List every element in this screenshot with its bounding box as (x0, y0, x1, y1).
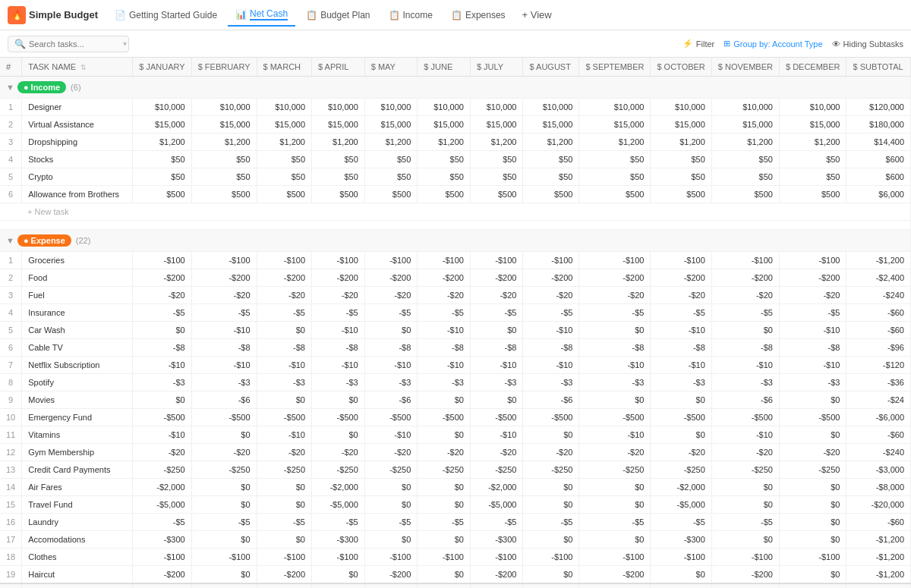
money-cell[interactable]: $0 (191, 479, 257, 496)
money-cell[interactable]: $50 (257, 151, 311, 168)
money-cell[interactable]: -$500 (312, 409, 365, 426)
money-cell[interactable]: -$10 (651, 322, 711, 339)
money-cell[interactable]: $1,200 (579, 134, 651, 151)
money-cell[interactable]: $0 (257, 322, 311, 339)
money-cell[interactable]: $0 (418, 479, 471, 496)
money-cell[interactable]: -$6 (191, 391, 257, 409)
money-cell[interactable]: -$200 (133, 566, 191, 584)
task-name-cell[interactable]: Fuel (22, 287, 133, 304)
money-cell[interactable]: -$200 (364, 269, 418, 287)
task-name-cell[interactable]: Accomodations (22, 531, 133, 549)
money-cell[interactable]: -$10 (364, 357, 418, 374)
money-cell[interactable]: -$200 (312, 269, 365, 287)
task-name-cell[interactable]: Car Wash (22, 322, 133, 339)
money-cell[interactable]: -$5 (191, 304, 257, 322)
money-cell[interactable]: $500 (523, 186, 579, 203)
money-cell[interactable]: -$100 (133, 549, 191, 566)
money-cell[interactable]: $1,200 (779, 134, 846, 151)
row-num-cell[interactable]: 18 (0, 549, 22, 566)
task-name-cell[interactable]: Food (22, 269, 133, 287)
task-name-cell[interactable]: Travel Fund (22, 496, 133, 514)
money-cell[interactable]: -$300 (470, 531, 523, 549)
money-cell[interactable]: -$10 (779, 357, 846, 374)
money-cell[interactable]: $10,000 (133, 99, 191, 116)
money-cell[interactable]: -$240 (846, 444, 911, 461)
task-name-cell[interactable]: Clothes (22, 549, 133, 566)
row-num-cell[interactable]: 12 (0, 444, 22, 461)
money-cell[interactable]: -$20 (312, 287, 365, 304)
money-cell[interactable]: $0 (133, 391, 191, 409)
money-cell[interactable]: $0 (257, 479, 311, 496)
collapse-income-icon[interactable]: ▼ (6, 83, 14, 92)
money-cell[interactable]: $0 (711, 322, 779, 339)
money-cell[interactable]: -$500 (523, 409, 579, 426)
money-cell[interactable]: -$5 (133, 514, 191, 531)
money-cell[interactable]: $0 (257, 531, 311, 549)
money-cell[interactable]: $0 (779, 531, 846, 549)
money-cell[interactable]: -$100 (470, 252, 523, 269)
money-cell[interactable]: -$60 (846, 514, 911, 531)
money-cell[interactable]: $0 (579, 479, 651, 496)
money-cell[interactable]: $0 (418, 531, 471, 549)
money-cell[interactable]: -$250 (711, 461, 779, 479)
money-cell[interactable]: -$200 (257, 566, 311, 584)
money-cell[interactable]: $0 (579, 391, 651, 409)
money-cell[interactable]: -$200 (191, 269, 257, 287)
money-cell[interactable]: -$100 (312, 252, 365, 269)
money-cell[interactable]: -$20 (523, 287, 579, 304)
money-cell[interactable]: -$2,000 (470, 479, 523, 496)
task-name-cell[interactable]: Crypto (22, 168, 133, 186)
money-cell[interactable]: $600 (846, 151, 911, 168)
money-cell[interactable]: $50 (651, 168, 711, 186)
money-cell[interactable]: -$5 (312, 304, 365, 322)
money-cell[interactable]: $500 (711, 186, 779, 203)
money-cell[interactable]: $50 (523, 151, 579, 168)
money-cell[interactable]: -$100 (470, 549, 523, 566)
task-name-cell[interactable]: Air Fares (22, 479, 133, 496)
money-cell[interactable]: -$100 (779, 549, 846, 566)
money-cell[interactable]: $0 (364, 531, 418, 549)
money-cell[interactable]: $0 (523, 496, 579, 514)
money-cell[interactable]: $1,200 (364, 134, 418, 151)
money-cell[interactable]: $0 (191, 566, 257, 584)
money-cell[interactable]: -$5 (651, 304, 711, 322)
money-cell[interactable]: -$5 (257, 514, 311, 531)
money-cell[interactable]: -$200 (364, 566, 418, 584)
money-cell[interactable]: $0 (779, 479, 846, 496)
money-cell[interactable]: $50 (418, 151, 471, 168)
money-cell[interactable]: $10,000 (711, 99, 779, 116)
money-cell[interactable]: -$250 (364, 461, 418, 479)
money-cell[interactable]: -$2,000 (651, 479, 711, 496)
money-cell[interactable]: -$3 (418, 374, 471, 391)
money-cell[interactable]: -$100 (579, 549, 651, 566)
money-cell[interactable]: $10,000 (651, 99, 711, 116)
money-cell[interactable]: $10,000 (312, 99, 365, 116)
money-cell[interactable]: -$20 (364, 444, 418, 461)
money-cell[interactable]: $50 (779, 151, 846, 168)
money-cell[interactable]: -$5 (711, 514, 779, 531)
money-cell[interactable]: $15,000 (579, 116, 651, 134)
task-name-cell[interactable]: Dropshipping (22, 134, 133, 151)
money-cell[interactable]: -$100 (523, 549, 579, 566)
row-num-cell[interactable]: 16 (0, 514, 22, 531)
task-name-cell[interactable]: Vitamins (22, 426, 133, 444)
money-cell[interactable]: -$100 (711, 252, 779, 269)
money-cell[interactable]: -$6 (364, 391, 418, 409)
tab-getting-started[interactable]: 📄 Getting Started Guide (107, 4, 225, 27)
row-num-cell[interactable]: 4 (0, 304, 22, 322)
money-cell[interactable]: -$100 (651, 549, 711, 566)
money-cell[interactable]: $10,000 (579, 99, 651, 116)
money-cell[interactable]: $15,000 (257, 116, 311, 134)
money-cell[interactable]: $500 (579, 186, 651, 203)
money-cell[interactable]: $0 (711, 479, 779, 496)
money-cell[interactable]: -$500 (191, 409, 257, 426)
money-cell[interactable]: -$10 (312, 357, 365, 374)
money-cell[interactable]: -$1,200 (846, 531, 911, 549)
money-cell[interactable]: -$60 (846, 426, 911, 444)
money-cell[interactable]: -$100 (191, 252, 257, 269)
money-cell[interactable]: -$200 (711, 566, 779, 584)
money-cell[interactable]: -$20 (133, 444, 191, 461)
money-cell[interactable]: $50 (711, 151, 779, 168)
money-cell[interactable]: $50 (133, 168, 191, 186)
money-cell[interactable]: -$60 (846, 322, 911, 339)
